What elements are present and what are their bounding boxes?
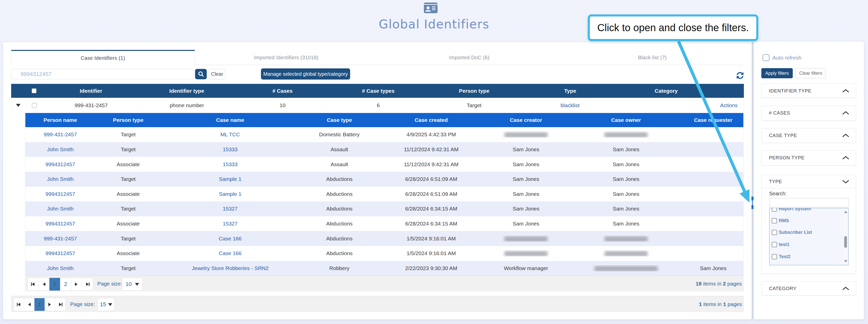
apply-filters-button[interactable]: Apply filters — [761, 68, 793, 78]
type-search-input[interactable] — [769, 198, 848, 207]
column-header-case-created[interactable]: Case created — [379, 117, 483, 123]
tab-imported-identifiers-31018[interactable]: Imported Identifiers (31018) — [195, 50, 378, 65]
prev-page-button[interactable] — [38, 278, 50, 291]
type-option-checkbox[interactable] — [772, 242, 777, 247]
case-name-link[interactable]: Case 166 — [219, 235, 242, 241]
tab-case-identifiers-1[interactable]: Case Identifiers (1) — [11, 50, 195, 65]
case-name-link[interactable]: Case 166 — [219, 250, 242, 256]
column-header-category[interactable]: Category — [618, 88, 714, 94]
prev-page-button[interactable] — [24, 298, 34, 311]
person-name-link[interactable]: 9994312457 — [45, 191, 75, 197]
person-name-link[interactable]: John Smith — [47, 206, 73, 212]
clear-search-button[interactable]: Clear — [209, 69, 225, 79]
column-header-person-name[interactable]: Person name — [25, 117, 95, 123]
prev-page-icon — [42, 282, 46, 287]
page-button-1[interactable]: 1 — [50, 278, 60, 291]
column-header-type[interactable]: Type — [522, 88, 618, 94]
filter-section-header-category[interactable]: CATEGORY — [762, 282, 856, 296]
refresh-button[interactable] — [736, 72, 744, 79]
last-page-button[interactable] — [82, 278, 93, 291]
type-option-checkbox[interactable] — [772, 230, 777, 235]
identifier-type-cell: phone number — [139, 102, 235, 108]
page-button-2[interactable]: 2 — [60, 278, 71, 291]
last-page-button[interactable] — [55, 298, 66, 311]
tab-imported-doc-6[interactable]: Imported DoC (6) — [378, 50, 561, 65]
actions-link[interactable]: Actions — [720, 102, 738, 108]
case-name-link[interactable]: Sample 1 — [219, 176, 242, 182]
filters-splitter[interactable] — [751, 41, 753, 319]
person-name-link[interactable]: John Smith — [47, 265, 73, 271]
person-name-link[interactable]: 999-431-2457 — [44, 235, 77, 241]
column-header-case-type[interactable]: Case type — [299, 117, 379, 123]
column-header-cases[interactable]: # Cases — [235, 88, 330, 94]
case-created-cell: 6/28/2024 6:51:09 AM — [379, 191, 483, 197]
clear-filters-button[interactable]: Clear filters — [796, 68, 826, 78]
scroll-up-icon — [844, 211, 847, 213]
case-name-link[interactable]: 15333 — [223, 147, 238, 152]
collapse-row-button[interactable] — [11, 104, 25, 107]
person-name-link[interactable]: 999-431-2457 — [44, 131, 77, 137]
case-created-cell: 1/5/2024 9:16:01 AM — [379, 235, 483, 242]
person-name-link: John Smith — [25, 147, 95, 153]
person-name-link[interactable]: 9994312457 — [45, 221, 75, 226]
person-name-link[interactable]: 9994312457 — [45, 250, 75, 256]
first-page-button[interactable] — [28, 278, 38, 291]
column-header-identifier[interactable]: Identifier — [43, 88, 139, 94]
column-header-person-type[interactable]: Person type — [426, 88, 522, 94]
case-name-link[interactable]: Sample 1 — [219, 191, 242, 197]
case-type-cell: Abductions — [299, 235, 379, 242]
filters-splitter-handle[interactable] — [751, 197, 753, 209]
case-name-link: Jewelry Store Robberies - SRN2 — [161, 265, 299, 271]
page-button-1[interactable]: 1 — [34, 298, 45, 311]
next-page-button[interactable] — [45, 298, 55, 311]
column-header-person-type[interactable]: Person type — [95, 117, 161, 123]
scrollbar-thumb[interactable] — [844, 236, 847, 248]
filter-section-header-type[interactable]: TYPE — [762, 175, 856, 188]
filter-section-header-person-type[interactable]: PERSON TYPE — [762, 151, 856, 165]
filter-section-header-case-type[interactable]: CASE TYPE — [762, 128, 856, 142]
case-name-link: 15333 — [161, 147, 299, 153]
case-name-link[interactable]: Jewelry Store Robberies - SRN2 — [192, 265, 269, 271]
case-type-cell: Domestic Battery — [299, 131, 379, 137]
filter-section-header-identifier-type[interactable]: IDENTIFIER TYPE — [762, 84, 856, 98]
column-header-identifier-type[interactable]: Identifier type — [139, 88, 235, 94]
person-name-link[interactable]: John Smith — [47, 147, 73, 152]
manage-type-category-button[interactable]: Manage selected global type/category — [261, 68, 350, 79]
search-input[interactable] — [11, 69, 194, 79]
first-page-icon — [17, 302, 21, 307]
auto-refresh-checkbox[interactable] — [763, 54, 770, 61]
case-name-link[interactable]: 15327 — [223, 221, 238, 226]
column-header-case-name[interactable]: Case name — [161, 117, 299, 123]
case-name-link[interactable]: ML TCC — [220, 131, 240, 137]
case-name-link: Sample 1 — [161, 191, 299, 197]
person-type-cell: Target — [95, 265, 161, 271]
column-header-case-types[interactable]: # Case types — [330, 88, 426, 94]
search-button[interactable] — [195, 69, 207, 79]
type-link[interactable]: blacklist — [561, 102, 580, 108]
select-all-checkbox[interactable] — [32, 89, 36, 93]
page-size-value: 15 — [100, 301, 106, 308]
first-page-button[interactable] — [14, 298, 24, 311]
type-option-checkbox[interactable] — [772, 208, 777, 212]
column-header-case-creator[interactable]: Case creator — [483, 117, 569, 123]
summary-page-count: 2 — [723, 281, 726, 287]
case-name-link[interactable]: 15327 — [223, 206, 238, 212]
next-page-button[interactable] — [71, 278, 82, 291]
page-size-dropdown[interactable]: 10 — [122, 278, 143, 291]
person-name-link[interactable]: 9994312457 — [45, 161, 75, 167]
row-checkbox[interactable] — [32, 103, 37, 108]
listbox-scrollbar[interactable] — [843, 209, 848, 264]
column-header-case-owner[interactable]: Case owner — [569, 117, 683, 123]
type-option-checkbox[interactable] — [772, 254, 777, 259]
person-name-link[interactable]: John Smith — [47, 176, 73, 182]
type-option-test2: Test2 — [770, 251, 840, 262]
case-requester-cell: Sam Jones — [683, 265, 743, 271]
column-header-case-requester[interactable]: Case requester — [683, 117, 743, 123]
case-name-link[interactable]: 15333 — [223, 161, 238, 167]
filter-section-header-cases[interactable]: # CASES — [762, 106, 856, 120]
case-creator-cell — [483, 131, 569, 137]
page-size-dropdown[interactable]: 15 — [97, 298, 115, 311]
case-owner-cell — [569, 250, 683, 256]
tab-black-list-7[interactable]: Black list (7) — [561, 50, 744, 65]
type-option-checkbox[interactable] — [772, 218, 777, 223]
